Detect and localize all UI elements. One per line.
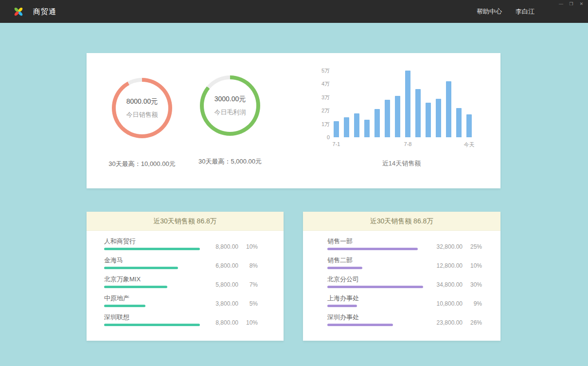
customer-sales-rows: 人和商贸行8,800.0010%金海马6,800.008%北京万象MIX5,80… bbox=[104, 231, 258, 332]
row-percent: 30% bbox=[469, 281, 482, 288]
list-item: 北京分公司34,800.0030% bbox=[327, 275, 482, 294]
app-window: 商贸通 帮助中心 李白江 8000.00元 今日销售额 30天最高：10,000… bbox=[0, 0, 588, 366]
today-profit-value: 3000.00元 bbox=[214, 95, 246, 104]
x-tick-label: 7-8 bbox=[404, 141, 412, 147]
bar bbox=[456, 108, 462, 137]
x-tick-label: 7-1 bbox=[333, 141, 340, 147]
row-amount: 10,800.00 bbox=[437, 300, 463, 307]
y-tick-label: 1万 bbox=[315, 121, 330, 127]
list-item: 北京万象MIX5,800.007% bbox=[104, 275, 258, 294]
today-sales-donut-chart: 8000.00元 今日销售额 bbox=[112, 78, 172, 138]
row-value-group: 6,800.008% bbox=[215, 262, 258, 269]
progress-bar bbox=[327, 267, 362, 269]
row-value-group: 23,800.0026% bbox=[437, 319, 482, 326]
row-amount: 32,800.00 bbox=[437, 243, 463, 250]
progress-bar bbox=[104, 267, 178, 269]
minimize-icon[interactable] bbox=[557, 1, 565, 7]
row-amount: 34,800.00 bbox=[437, 281, 463, 288]
close-icon[interactable] bbox=[578, 1, 585, 7]
row-percent: 26% bbox=[469, 319, 482, 326]
today-profit-caption: 今日毛利润 bbox=[214, 108, 246, 117]
today-profit-donut-chart: 3000.00元 今日毛利润 bbox=[200, 75, 260, 136]
bar bbox=[334, 121, 339, 137]
row-value-group: 12,800.0010% bbox=[437, 262, 482, 269]
bar-chart-bars bbox=[334, 71, 472, 137]
list-item: 深圳联想8,800.0010% bbox=[104, 313, 258, 332]
today-sales-caption: 今日销售额 bbox=[126, 110, 158, 119]
bar bbox=[385, 100, 390, 137]
bar bbox=[436, 99, 441, 137]
row-amount: 23,800.00 bbox=[437, 319, 463, 326]
summary-card: 8000.00元 今日销售额 30天最高：10,000.00元 3000.00元… bbox=[87, 53, 500, 188]
bar bbox=[405, 71, 410, 137]
bar bbox=[426, 103, 431, 137]
customer-sales-header: 近30天销售额 86.8万 bbox=[87, 212, 284, 231]
app-logo-icon bbox=[13, 6, 24, 18]
list-item: 中原地产3,800.005% bbox=[104, 294, 258, 313]
y-tick-label: 5万 bbox=[315, 68, 330, 73]
list-item: 人和商贸行8,800.0010% bbox=[104, 238, 258, 256]
row-value-group: 8,800.0010% bbox=[215, 243, 258, 250]
row-amount: 8,800.00 bbox=[215, 243, 238, 250]
progress-bar bbox=[327, 286, 423, 288]
today-sales-donut-block: 8000.00元 今日销售额 30天最高：10,000.00元 bbox=[96, 78, 188, 168]
bar bbox=[364, 120, 370, 137]
list-item: 销售二部12,800.0010% bbox=[327, 256, 482, 275]
row-value-group: 5,800.007% bbox=[215, 281, 258, 288]
bar bbox=[466, 114, 472, 137]
row-value-group: 34,800.0030% bbox=[437, 281, 482, 288]
progress-bar bbox=[104, 324, 200, 326]
progress-bar bbox=[327, 305, 357, 307]
bar bbox=[374, 109, 380, 137]
app-title: 商贸通 bbox=[33, 0, 56, 23]
y-tick-label: 4万 bbox=[315, 81, 330, 87]
bar bbox=[446, 81, 451, 137]
row-percent: 9% bbox=[469, 300, 482, 307]
progress-bar bbox=[327, 248, 418, 250]
row-amount: 5,800.00 bbox=[215, 281, 238, 288]
department-sales-rows: 销售一部32,800.0025%销售二部12,800.0010%北京分公司34,… bbox=[327, 231, 482, 332]
list-item: 金海马6,800.008% bbox=[104, 256, 258, 275]
row-percent: 10% bbox=[245, 319, 258, 326]
bar bbox=[354, 113, 359, 137]
row-amount: 8,800.00 bbox=[215, 319, 238, 326]
progress-bar bbox=[104, 286, 167, 288]
row-amount: 3,800.00 bbox=[215, 300, 238, 307]
row-amount: 6,800.00 bbox=[215, 262, 238, 269]
row-percent: 10% bbox=[469, 262, 482, 269]
row-value-group: 3,800.005% bbox=[215, 300, 258, 307]
list-item: 销售一部32,800.0025% bbox=[327, 238, 482, 256]
maximize-icon[interactable] bbox=[568, 1, 575, 7]
y-tick-label: 2万 bbox=[315, 108, 330, 113]
sales-14day-bar-chart: 5万4万3万2万1万0 7-17-8今天 近14天销售额 bbox=[315, 68, 493, 167]
row-percent: 25% bbox=[469, 243, 482, 250]
row-percent: 5% bbox=[245, 300, 258, 307]
window-controls bbox=[557, 1, 585, 7]
row-percent: 10% bbox=[245, 243, 258, 250]
bar-chart-x-axis: 7-17-8今天 bbox=[315, 141, 493, 149]
user-name-link[interactable]: 李白江 bbox=[516, 7, 535, 16]
titlebar: 商贸通 帮助中心 李白江 bbox=[0, 0, 588, 23]
bar bbox=[415, 89, 421, 137]
today-profit-donut-block: 3000.00元 今日毛利润 30天最高：5,000.00元 bbox=[184, 75, 276, 166]
row-value-group: 32,800.0025% bbox=[437, 243, 482, 250]
today-sales-30day-max: 30天最高：10,000.00元 bbox=[96, 160, 188, 168]
row-percent: 8% bbox=[245, 262, 258, 269]
row-amount: 12,800.00 bbox=[437, 262, 463, 269]
progress-bar bbox=[104, 248, 200, 250]
x-tick-label: 今天 bbox=[464, 141, 475, 148]
bar-chart-title: 近14天销售额 bbox=[315, 159, 488, 168]
row-value-group: 8,800.0010% bbox=[215, 319, 258, 326]
progress-bar bbox=[104, 305, 145, 307]
row-percent: 7% bbox=[245, 281, 258, 288]
y-tick-label: 0 bbox=[315, 134, 330, 140]
row-value-group: 10,800.009% bbox=[437, 300, 482, 307]
help-center-link[interactable]: 帮助中心 bbox=[477, 7, 502, 16]
list-item: 上海办事处10,800.009% bbox=[327, 294, 482, 313]
list-item: 深圳办事处23,800.0026% bbox=[327, 313, 482, 332]
today-sales-value: 8000.00元 bbox=[126, 97, 158, 106]
progress-bar bbox=[327, 324, 393, 326]
department-sales-card: 近30天销售额 86.8万 销售一部32,800.0025%销售二部12,800… bbox=[303, 212, 500, 341]
bar bbox=[395, 96, 400, 137]
department-sales-header: 近30天销售额 86.8万 bbox=[303, 212, 500, 231]
